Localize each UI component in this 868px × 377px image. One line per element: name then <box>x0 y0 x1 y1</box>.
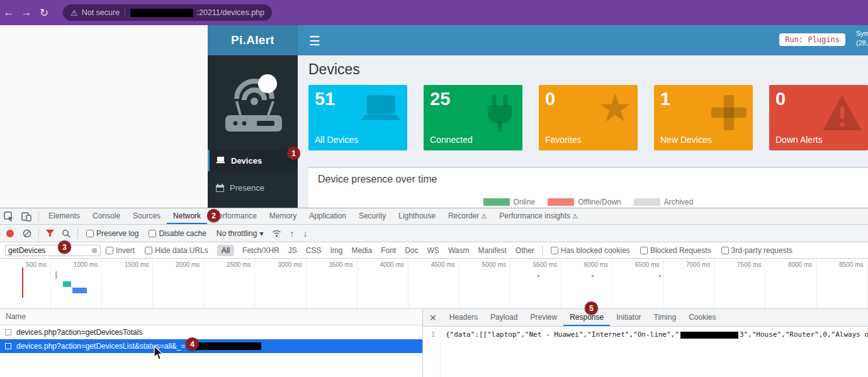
refresh-icon[interactable]: ↻ <box>35 6 53 20</box>
close-icon[interactable]: ✕ <box>423 313 443 323</box>
network-conditions-icon[interactable] <box>272 229 281 237</box>
preserve-log-checkbox[interactable]: Preserve log <box>86 229 138 238</box>
hide-data-urls-checkbox[interactable]: Hide data URLs <box>145 246 208 255</box>
throttling-select[interactable]: No throttling ▾ <box>217 229 264 238</box>
third-party-requests-checkbox-input[interactable] <box>721 247 729 254</box>
tab-elements[interactable]: Elements <box>42 208 86 224</box>
filter-input-box[interactable]: ⊗ <box>5 245 101 256</box>
blocked-requests-checkbox[interactable]: Blocked Requests <box>640 246 711 255</box>
clear-filter-icon[interactable]: ⊗ <box>91 246 98 255</box>
forward-icon[interactable]: → <box>18 6 35 19</box>
filter-type-wasm[interactable]: Wasm <box>448 246 470 255</box>
sidebar-item-devices[interactable]: Devices <box>208 150 298 171</box>
filter-type-manifest[interactable]: Manifest <box>478 246 506 255</box>
card-all-devices[interactable]: 51 All Devices <box>308 85 407 150</box>
import-har-icon[interactable]: ↑ <box>290 228 294 239</box>
tab-application[interactable]: Application <box>303 208 352 224</box>
details-tab-timing[interactable]: Timing <box>648 309 683 326</box>
filter-icon[interactable] <box>46 230 54 237</box>
annotation-badge-3: 3 <box>58 240 71 254</box>
tab-lighthouse[interactable]: Lighthouse <box>392 208 442 224</box>
filter-type-doc[interactable]: Doc <box>405 246 418 255</box>
request-checkbox[interactable] <box>5 329 11 335</box>
card-connected[interactable]: 25 Connected <box>424 85 522 150</box>
not-secure-label: Not secure <box>82 8 120 17</box>
legend-archived[interactable]: Archived <box>634 198 694 206</box>
redacted-query-value <box>191 342 261 350</box>
network-overview-timeline[interactable]: 500 ms 1000 ms 1500 ms 2000 ms 2500 ms 3… <box>0 259 868 309</box>
router-logo <box>208 55 298 150</box>
has-blocked-cookies-checkbox-input[interactable] <box>551 247 558 254</box>
blocked-requests-checkbox-input[interactable] <box>640 247 648 254</box>
tab-security[interactable]: Security <box>352 208 392 224</box>
filter-type-ws[interactable]: WS <box>427 246 439 255</box>
details-tab-initiator[interactable]: Initiator <box>610 309 647 326</box>
details-tab-headers[interactable]: Headers <box>443 309 484 326</box>
timeline-event-marker <box>22 267 23 298</box>
disable-cache-checkbox[interactable]: Disable cache <box>149 229 206 238</box>
invert-checkbox[interactable]: Invert <box>106 246 135 255</box>
filter-input[interactable] <box>8 246 82 255</box>
request-row-getdevicestotals[interactable]: devices.php?action=getDevicesTotals <box>0 325 422 339</box>
user-info[interactable]: Sym (28, <box>856 29 868 48</box>
filter-type-js[interactable]: JS <box>288 246 297 255</box>
card-favorites[interactable]: 0 ★ Favorites <box>539 85 638 150</box>
tab-memory[interactable]: Memory <box>263 208 303 224</box>
address-bar[interactable]: ⚠ Not secure :20211/devices.php <box>63 4 272 21</box>
card-label: Down Alerts <box>775 135 823 145</box>
sidebar-item-presence[interactable]: Presence <box>208 177 298 198</box>
filter-type-other[interactable]: Other <box>516 246 534 255</box>
timeline-label: 8500 ms <box>817 259 868 309</box>
details-tab-payload[interactable]: Payload <box>484 309 524 326</box>
record-icon[interactable] <box>6 230 14 237</box>
filter-type-media[interactable]: Media <box>351 246 372 255</box>
details-tab-preview[interactable]: Preview <box>524 309 563 326</box>
response-viewer[interactable]: 1 {"data":[["laptop","Net - Huawei","Int… <box>423 327 868 377</box>
hamburger-menu-icon[interactable]: ☰ <box>309 33 320 48</box>
screenshot-root: ← → ↻ ⚠ Not secure :20211/devices.php Pi… <box>0 0 868 377</box>
presence-panel-title: Device presence over time <box>308 168 868 185</box>
tab-performance-insights[interactable]: Performance insights⚠ <box>493 208 584 224</box>
invert-checkbox-input[interactable] <box>106 247 113 254</box>
clear-icon[interactable] <box>23 229 31 238</box>
annotation-badge-4: 4 <box>186 337 199 351</box>
timeline-label: 2000 ms <box>153 259 204 309</box>
legend-label: Online <box>514 198 536 206</box>
tabbar-divider <box>38 211 39 222</box>
request-checkbox[interactable] <box>5 343 11 349</box>
tab-console[interactable]: Console <box>86 208 127 224</box>
filter-type-font[interactable]: Font <box>381 246 396 255</box>
device-toolbar-icon[interactable] <box>21 211 31 222</box>
timeline-label: 7000 ms <box>663 259 714 309</box>
filter-type-img[interactable]: Img <box>330 246 342 255</box>
legend-online[interactable]: Online <box>483 198 536 206</box>
filter-type-all[interactable]: All <box>217 245 234 256</box>
back-icon[interactable]: ← <box>0 6 18 19</box>
redacted-response-value <box>680 332 738 339</box>
tab-sources[interactable]: Sources <box>127 208 167 224</box>
legend-offline[interactable]: Offline/Down <box>548 198 621 206</box>
request-row-getdeviceslist[interactable]: devices.php?action=getDevicesList&status… <box>0 339 422 353</box>
run-plugins-button[interactable]: Run: Plugins <box>779 33 845 46</box>
filter-type-css[interactable]: CSS <box>306 246 322 255</box>
disable-cache-checkbox-input[interactable] <box>149 230 156 237</box>
search-icon[interactable] <box>62 229 70 238</box>
export-har-icon[interactable]: ↓ <box>303 228 307 239</box>
has-blocked-cookies-checkbox[interactable]: Has blocked cookies <box>551 246 630 255</box>
timeline-label: 7500 ms <box>714 259 765 309</box>
tab-network[interactable]: Network <box>167 208 207 224</box>
third-party-requests-checkbox[interactable]: 3rd-party requests <box>721 246 792 255</box>
hide-data-urls-checkbox-input[interactable] <box>145 247 152 254</box>
sidebar-item-label: Devices <box>231 156 262 166</box>
app-brand[interactable]: Pi.Alert <box>208 25 298 55</box>
card-new-devices[interactable]: 1 New Devices <box>654 85 753 150</box>
preserve-log-checkbox-input[interactable] <box>86 230 94 237</box>
request-list-name-header[interactable]: Name <box>0 309 422 325</box>
card-down-alerts[interactable]: 0 Down Alerts <box>769 85 868 150</box>
timeline-label: 3500 ms <box>307 259 358 309</box>
details-tab-cookies[interactable]: Cookies <box>682 309 722 326</box>
filter-type-fetch-xhr[interactable]: Fetch/XHR <box>242 246 279 255</box>
tab-recorder[interactable]: Recorder⚠ <box>442 208 493 224</box>
card-label: All Devices <box>315 135 358 145</box>
inspect-element-icon[interactable] <box>4 211 14 222</box>
